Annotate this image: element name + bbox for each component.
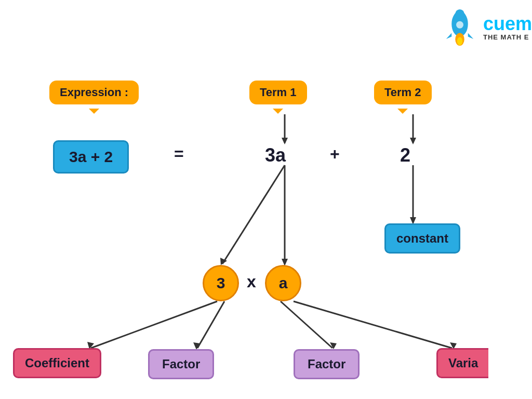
factor2-label: Factor <box>308 357 345 371</box>
term2-value: 2 <box>400 144 410 166</box>
term2-bubble: Term 2 <box>374 81 432 104</box>
term1-value: 3a <box>265 144 286 166</box>
expression-value: 3a + 2 <box>69 148 113 165</box>
svg-point-19 <box>455 9 464 19</box>
circle-a-value: a <box>279 274 288 292</box>
factor1-label: Factor <box>162 357 200 371</box>
rocket-icon <box>442 9 478 46</box>
factor1-box: Factor <box>148 349 214 379</box>
svg-line-10 <box>91 301 217 348</box>
svg-marker-20 <box>446 33 452 39</box>
coefficient-box: Coefficient <box>13 348 101 378</box>
svg-marker-5 <box>282 138 288 144</box>
logo-brand-name: cuem <box>483 15 532 33</box>
equals-symbol: = <box>174 144 184 164</box>
logo-tagline: THE MATH E <box>483 33 532 41</box>
svg-point-24 <box>457 37 463 45</box>
svg-line-6 <box>222 165 285 264</box>
logo-area: cuem THE MATH E <box>442 9 532 46</box>
svg-line-14 <box>281 301 332 348</box>
expression-bubble-label: Expression : <box>60 86 128 99</box>
svg-marker-7 <box>220 258 227 265</box>
variable-label: Varia <box>448 356 478 370</box>
svg-line-16 <box>294 301 452 348</box>
factor2-box: Factor <box>294 349 360 379</box>
term2-label: Term 2 <box>384 86 421 99</box>
circle-a: a <box>265 265 301 301</box>
expression-value-box: 3a + 2 <box>53 140 129 174</box>
variable-box: Varia <box>436 348 488 378</box>
svg-marker-15 <box>330 342 337 349</box>
constant-label: constant <box>396 231 448 245</box>
circle-3-value: 3 <box>217 274 225 292</box>
term1-bubble: Term 1 <box>249 81 307 104</box>
svg-marker-13 <box>193 342 200 350</box>
svg-line-12 <box>197 301 224 348</box>
svg-marker-1 <box>410 138 416 144</box>
coefficient-label: Coefficient <box>25 356 89 370</box>
constant-box: constant <box>384 223 460 254</box>
plus-symbol: + <box>330 144 340 164</box>
svg-point-22 <box>456 21 463 29</box>
term1-label: Term 1 <box>260 86 297 99</box>
svg-marker-21 <box>468 33 474 39</box>
equals-text: = <box>174 144 184 163</box>
diagram-lines <box>0 0 532 399</box>
expression-bubble: Expression : <box>49 81 139 104</box>
circle-3: 3 <box>203 265 239 301</box>
times-symbol: x <box>247 272 256 291</box>
